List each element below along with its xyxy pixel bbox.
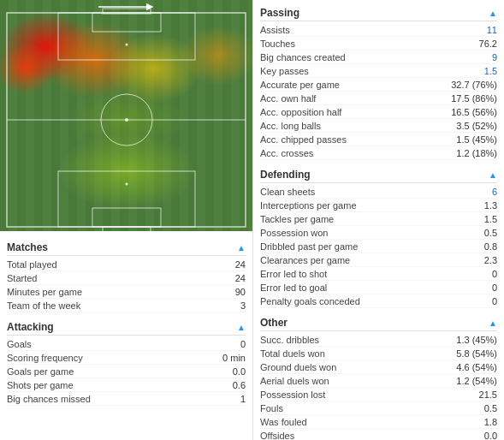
stat-value: 0.5 [446, 403, 497, 413]
stat-value: 17.5 (86%) [446, 93, 497, 104]
svg-point-17 [126, 44, 128, 46]
stat-value: 1.3 [446, 200, 497, 211]
stat-label: Possession won [260, 228, 446, 238]
stat-value: 76.2 [446, 39, 497, 49]
stat-value: 3.5 (52%) [446, 121, 497, 131]
svg-point-20 [126, 183, 128, 186]
table-row: Interceptions per game 1.3 [260, 199, 497, 212]
stat-label: Big chances created [260, 52, 446, 62]
stat-label: Minutes per game [7, 287, 82, 297]
stat-label: Error led to goal [260, 282, 446, 293]
stat-value: 0.0 [233, 366, 246, 377]
passing-section-header: Passing ▲ [260, 3, 497, 21]
stat-value: 0.0 [446, 431, 497, 441]
stat-label: Goals per game [7, 366, 74, 377]
table-row: Big chances missed 1 [7, 392, 246, 406]
table-row: Succ. dribbles 1.3 (45%) [260, 333, 497, 347]
stat-value: 9 [446, 52, 497, 62]
stat-label: Ground duels won [260, 362, 446, 372]
table-row: Shots per game 0.6 [7, 378, 246, 392]
stat-label: Aerial duels won [260, 376, 446, 386]
other-title: Other [260, 317, 288, 329]
table-row: Offsides 0.0 [260, 429, 497, 440]
other-rows: Succ. dribbles 1.3 (45%) Total duels won… [260, 333, 497, 440]
stat-label: Penalty goals conceded [260, 296, 446, 306]
defending-section-header: Defending ▲ [260, 165, 497, 183]
stat-label: Started [7, 273, 37, 283]
stat-label: Acc. crosses [260, 148, 446, 158]
stat-value: 1.5 [446, 214, 497, 224]
stat-value: 3 [240, 300, 246, 311]
attacking-chevron[interactable]: ▲ [237, 323, 246, 332]
attacking-rows: Goals 0 Scoring frequency 0 min Goals pe… [7, 337, 246, 406]
stat-label: Tackles per game [260, 214, 446, 224]
stat-label: Dribbled past per game [260, 241, 446, 252]
stat-value: 90 [235, 287, 246, 297]
stat-value: 1 [240, 394, 246, 404]
stat-label: Big chances missed [7, 394, 91, 404]
stat-label: Acc. opposition half [260, 107, 446, 117]
table-row: Assists 11 [260, 23, 497, 37]
table-row: Accurate per game 32.7 (76%) [260, 78, 497, 92]
matches-section-header: Matches ▲ [7, 238, 246, 256]
stat-value: 0 min [222, 353, 246, 363]
stat-label: Scoring frequency [7, 353, 83, 363]
stat-value: 0 [446, 269, 497, 279]
stat-value: 24 [235, 259, 246, 270]
table-row: Goals per game 0.0 [7, 365, 246, 378]
stat-value: 11 [446, 25, 497, 35]
table-row: Acc. own half 17.5 (86%) [260, 92, 497, 105]
left-stats-section: Matches ▲ Total played 24 Started 24 Min… [0, 231, 252, 440]
stat-label: Touches [260, 39, 446, 49]
table-row: Fouls 0.5 [260, 401, 497, 415]
table-row: Ground duels won 4.6 (54%) [260, 360, 497, 374]
table-row: Error led to goal 0 [260, 281, 497, 294]
stat-value: 0 [446, 296, 497, 306]
stat-label: Goals [7, 339, 32, 349]
table-row: Was fouled 1.8 [260, 415, 497, 429]
stat-label: Shots per game [7, 380, 74, 390]
stat-value: 0.8 [446, 241, 497, 252]
stat-value: 2.3 [446, 255, 497, 265]
table-row: Big chances created 9 [260, 51, 497, 64]
left-panel: Matches ▲ Total played 24 Started 24 Min… [0, 0, 252, 440]
table-row: Dribbled past per game 0.8 [260, 240, 497, 253]
matches-title: Matches [7, 241, 48, 253]
table-row: Touches 76.2 [260, 37, 497, 51]
table-row: Clean sheets 6 [260, 185, 497, 199]
attacking-title: Attacking [7, 321, 54, 333]
table-row: Acc. long balls 3.5 (52%) [260, 119, 497, 133]
right-panel: Passing ▲ Assists 11 Touches 76.2 Big ch… [252, 0, 504, 440]
table-row: Acc. opposition half 16.5 (56%) [260, 105, 497, 119]
table-row: Goals 0 [7, 337, 246, 351]
stat-label: Interceptions per game [260, 200, 446, 211]
stat-label: Succ. dribbles [260, 335, 446, 345]
table-row: Error led to shot 0 [260, 267, 497, 281]
stat-value: 1.2 (18%) [446, 148, 497, 158]
stat-value: 0.5 [446, 228, 497, 238]
defending-chevron[interactable]: ▲ [489, 170, 497, 180]
table-row: Possession lost 21.5 [260, 388, 497, 401]
stat-value: 0 [446, 282, 497, 293]
matches-chevron[interactable]: ▲ [237, 243, 246, 253]
heatmap-container [0, 0, 252, 231]
stat-value: 24 [235, 273, 246, 283]
stat-label: Total played [7, 259, 57, 270]
stat-label: Accurate per game [260, 80, 446, 90]
other-section-header: Other ▲ [260, 313, 497, 331]
table-row: Started 24 [7, 271, 246, 285]
stat-value: 1.8 [446, 417, 497, 427]
other-chevron[interactable]: ▲ [489, 318, 497, 328]
stat-label: Total duels won [260, 348, 446, 359]
table-row: Total duels won 5.8 (54%) [260, 347, 497, 360]
passing-chevron[interactable]: ▲ [489, 9, 497, 18]
stat-label: Team of the week [7, 300, 80, 311]
passing-rows: Assists 11 Touches 76.2 Big chances crea… [260, 23, 497, 160]
table-row: Key passes 1.5 [260, 64, 497, 78]
table-row: Tackles per game 1.5 [260, 212, 497, 226]
stat-label: Key passes [260, 66, 446, 76]
stat-label: Fouls [260, 403, 446, 413]
stat-label: Acc. own half [260, 93, 446, 104]
matches-rows: Total played 24 Started 24 Minutes per g… [7, 258, 246, 312]
defending-rows: Clean sheets 6 Interceptions per game 1.… [260, 185, 497, 308]
